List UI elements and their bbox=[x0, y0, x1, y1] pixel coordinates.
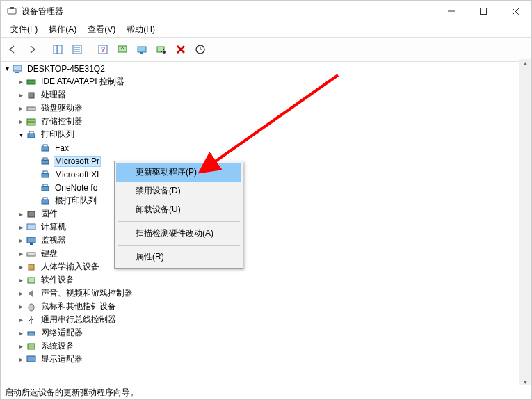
tree-category[interactable]: ▸ 固件 bbox=[1, 207, 531, 221]
scan-button[interactable] bbox=[113, 40, 131, 58]
chevron-right-icon[interactable]: ▸ bbox=[16, 355, 26, 363]
tree-category[interactable]: ▸ 键盘 bbox=[1, 247, 531, 260]
maximize-button[interactable] bbox=[467, 1, 499, 22]
tree-item-selected[interactable]: Microsoft Pr bbox=[1, 154, 531, 168]
vertical-scrollbar[interactable]: ▴▾ bbox=[519, 59, 531, 385]
tree-category[interactable]: ▸ 鼠标和其他指针设备 bbox=[1, 300, 531, 313]
tree-category[interactable]: ▸ 计算机 bbox=[1, 221, 531, 234]
tree-category[interactable]: ▸ 存储控制器 bbox=[1, 115, 531, 128]
svg-rect-36 bbox=[43, 184, 47, 186]
disable-device-button[interactable] bbox=[152, 40, 170, 58]
svg-rect-43 bbox=[27, 253, 35, 256]
chevron-right-icon[interactable]: ▸ bbox=[16, 104, 26, 112]
chevron-right-icon[interactable]: ▸ bbox=[16, 329, 26, 337]
chevron-right-icon[interactable]: ▸ bbox=[16, 289, 26, 297]
update-driver-button[interactable] bbox=[133, 40, 151, 58]
printer-icon bbox=[40, 169, 51, 180]
tree-category[interactable]: ▸ 系统设备 bbox=[1, 339, 531, 353]
menu-file[interactable]: 文件(F) bbox=[5, 22, 43, 37]
ctx-scan-hardware[interactable]: 扫描检测硬件改动(A) bbox=[116, 224, 241, 243]
ctx-uninstall-device[interactable]: 卸载设备(U) bbox=[116, 200, 241, 219]
tree-category[interactable]: ▸ 显示适配器 bbox=[1, 353, 531, 366]
tree-label: 根打印队列 bbox=[54, 194, 98, 207]
firmware-icon bbox=[26, 209, 37, 220]
tree-label: DESKTOP-45E31Q2 bbox=[26, 63, 106, 74]
tree-category[interactable]: ▸ 处理器 bbox=[1, 88, 531, 102]
tree-label: 计算机 bbox=[40, 221, 67, 234]
chevron-right-icon[interactable]: ▸ bbox=[16, 118, 26, 125]
tree-root[interactable]: ▾ DESKTOP-45E31Q2 bbox=[1, 62, 531, 75]
svg-rect-35 bbox=[42, 186, 49, 191]
tree-item[interactable]: Fax bbox=[1, 141, 531, 154]
chevron-down-icon[interactable]: ▾ bbox=[16, 131, 26, 138]
computer-icon bbox=[12, 63, 23, 74]
tree-label: 软件设备 bbox=[40, 273, 76, 287]
tree-category[interactable]: ▸ 网络适配器 bbox=[1, 326, 531, 339]
storage-icon bbox=[26, 116, 37, 127]
svg-rect-1 bbox=[10, 7, 14, 9]
tree-category[interactable]: ▸ 软件设备 bbox=[1, 273, 531, 287]
uninstall-device-button[interactable] bbox=[172, 40, 190, 58]
tree-category[interactable]: ▸ 监视器 bbox=[1, 234, 531, 247]
svg-rect-25 bbox=[27, 119, 35, 122]
tree-label: Fax bbox=[54, 143, 70, 154]
tree-category-print-queues[interactable]: ▾ 打印队列 bbox=[1, 128, 531, 141]
chevron-right-icon[interactable]: ▸ bbox=[16, 237, 26, 244]
toolbar: ? bbox=[1, 37, 531, 62]
ctx-properties[interactable]: 属性(R) bbox=[116, 248, 241, 266]
properties-button[interactable] bbox=[68, 40, 86, 58]
tree-category[interactable]: ▸ IDE ATA/ATAPI 控制器 bbox=[1, 75, 531, 88]
usb-icon bbox=[26, 314, 37, 326]
window-title: 设备管理器 bbox=[22, 6, 435, 17]
chevron-right-icon[interactable]: ▸ bbox=[16, 78, 26, 86]
svg-rect-20 bbox=[13, 65, 22, 71]
help-button[interactable]: ? bbox=[94, 40, 112, 58]
chevron-right-icon[interactable]: ▸ bbox=[16, 91, 26, 99]
close-button[interactable] bbox=[499, 1, 531, 22]
chevron-down-icon[interactable]: ▾ bbox=[2, 65, 12, 72]
back-button[interactable] bbox=[3, 40, 22, 58]
chevron-right-icon[interactable]: ▸ bbox=[16, 250, 26, 257]
chevron-right-icon[interactable]: ▸ bbox=[16, 223, 26, 231]
menu-help[interactable]: 帮助(H) bbox=[121, 22, 161, 37]
tree-item[interactable]: Microsoft XI bbox=[1, 168, 531, 181]
app-icon bbox=[6, 6, 17, 17]
menu-action[interactable]: 操作(A) bbox=[43, 22, 82, 37]
monitor-icon bbox=[26, 235, 37, 246]
statusbar: 启动所选设备的更新驱动程序向导。 bbox=[1, 385, 531, 399]
system-icon bbox=[26, 341, 37, 352]
chevron-right-icon[interactable]: ▸ bbox=[16, 342, 26, 350]
svg-rect-42 bbox=[30, 243, 33, 245]
tree-label: 打印队列 bbox=[40, 128, 76, 141]
menubar: 文件(F) 操作(A) 查看(V) 帮助(H) bbox=[1, 22, 531, 37]
device-tree[interactable]: ▾ DESKTOP-45E31Q2 ▸ IDE ATA/ATAPI 控制器 ▸ … bbox=[1, 59, 531, 385]
ctx-update-driver[interactable]: 更新驱动程序(P) bbox=[116, 163, 241, 182]
chevron-right-icon[interactable]: ▸ bbox=[16, 276, 26, 284]
tree-category[interactable]: ▸ 通用串行总线控制器 bbox=[1, 313, 531, 326]
chevron-right-icon[interactable]: ▸ bbox=[16, 303, 26, 310]
menu-view[interactable]: 查看(V) bbox=[82, 22, 121, 37]
tree-category[interactable]: ▸ 声音、视频和游戏控制器 bbox=[1, 287, 531, 300]
tree-item[interactable]: OneNote fo bbox=[1, 181, 531, 194]
show-hidden-button[interactable] bbox=[49, 40, 67, 58]
printer-icon bbox=[40, 182, 51, 193]
tree-category[interactable]: ▸ 磁盘驱动器 bbox=[1, 102, 531, 115]
computer-icon bbox=[26, 222, 37, 233]
chevron-right-icon[interactable]: ▸ bbox=[16, 316, 26, 323]
svg-rect-47 bbox=[28, 332, 35, 335]
svg-rect-15 bbox=[138, 47, 146, 52]
svg-rect-30 bbox=[43, 145, 47, 147]
tree-item[interactable]: 根打印队列 bbox=[1, 194, 531, 207]
titlebar: 设备管理器 bbox=[1, 1, 531, 22]
tree-category[interactable]: ▸ 人体学输入设备 bbox=[1, 260, 531, 273]
ctx-disable-device[interactable]: 禁用设备(D) bbox=[116, 182, 241, 200]
svg-rect-29 bbox=[42, 147, 49, 151]
scan-hardware-button[interactable] bbox=[191, 40, 209, 58]
svg-rect-44 bbox=[29, 264, 34, 270]
network-icon bbox=[26, 328, 37, 339]
chevron-right-icon[interactable]: ▸ bbox=[16, 210, 26, 218]
minimize-button[interactable] bbox=[435, 1, 467, 22]
chevron-right-icon[interactable]: ▸ bbox=[16, 263, 26, 271]
mouse-icon bbox=[26, 301, 37, 312]
forward-button[interactable] bbox=[23, 40, 41, 58]
